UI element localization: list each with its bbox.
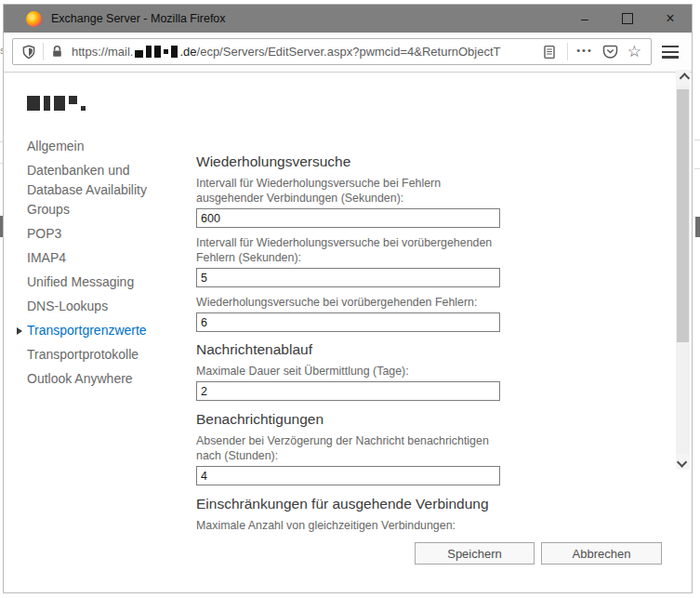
nav-item-label: DNS-Lookups bbox=[27, 299, 108, 313]
pocket-icon[interactable] bbox=[602, 44, 618, 60]
cancel-button[interactable]: Abbrechen bbox=[541, 542, 662, 565]
tracking-protection-shield-icon[interactable] bbox=[21, 45, 36, 60]
nav-item-pop3[interactable]: POP3 bbox=[27, 224, 176, 244]
redacted-server-name bbox=[27, 96, 86, 113]
nav-item-outlook-anywhere[interactable]: Outlook Anywhere bbox=[27, 369, 176, 389]
ecp-page: Allgemein Datenbanken und Database Avail… bbox=[4, 73, 692, 538]
save-button[interactable]: Speichern bbox=[415, 542, 535, 565]
field-label: Absender bei Verzögerung der Nachricht b… bbox=[196, 433, 500, 463]
section-einschraenkungen: Einschränkungen für ausgehende Verbindun… bbox=[196, 496, 500, 536]
nav-item-imap4[interactable]: IMAP4 bbox=[27, 248, 176, 268]
close-button[interactable]: × bbox=[649, 5, 692, 33]
minimize-button[interactable]: – bbox=[563, 5, 606, 36]
selected-item-marker-icon bbox=[17, 327, 22, 335]
transient-retry-count-input[interactable] bbox=[196, 312, 500, 332]
nav-item-label: Transportgrenzwerte bbox=[27, 323, 147, 338]
section-benachrichtigungen: Benachrichtigungen Absender bei Verzöger… bbox=[196, 411, 500, 493]
lock-icon[interactable] bbox=[50, 45, 64, 59]
edge-artifact-line bbox=[694, 168, 700, 169]
retry-interval-transient-input[interactable] bbox=[196, 268, 500, 287]
form-field: Maximale Dauer seit Übermittlung (Tage): bbox=[196, 364, 500, 401]
section-heading: Nachrichtenablauf bbox=[196, 341, 500, 358]
message-expiration-days-input[interactable] bbox=[196, 381, 500, 401]
section-heading: Benachrichtigungen bbox=[196, 411, 500, 428]
field-label: Maximale Anzahl von gleichzeitigen Verbi… bbox=[196, 518, 500, 533]
maximize-button[interactable] bbox=[606, 5, 649, 33]
redacted-url-host bbox=[135, 46, 178, 58]
background-scrollbar-thumb bbox=[695, 217, 700, 237]
nav-item-label: Datenbanken und Database Availability Gr… bbox=[27, 163, 147, 217]
form-field: Wiederholungsversuche bei vorübergehende… bbox=[196, 295, 500, 332]
content-scrollbar[interactable] bbox=[676, 70, 690, 470]
nav-item-datenbanken[interactable]: Datenbanken und Database Availability Gr… bbox=[27, 161, 176, 219]
retry-interval-outbound-input[interactable] bbox=[196, 208, 500, 228]
field-label: Wiederholungsversuche bei vorübergehende… bbox=[196, 295, 500, 310]
url-bar[interactable]: https://mail. .de /ecp/Servers/EditServe… bbox=[12, 38, 652, 65]
edge-artifact-line bbox=[694, 140, 700, 140]
section-wiederholungsversuche: Wiederholungsversuche Intervall für Wied… bbox=[196, 153, 500, 339]
page-actions-icon[interactable]: ••• bbox=[576, 45, 593, 56]
form-field: Intervall für Wiederholungsversuche bei … bbox=[196, 176, 500, 228]
nav-item-label: Unified Messaging bbox=[27, 274, 134, 289]
nav-item-label: Allgemein bbox=[27, 139, 84, 153]
chevron-up-icon bbox=[679, 73, 689, 83]
screenshot: s Exchange Server - Mozilla Firefox – × bbox=[0, 0, 700, 598]
maximize-icon bbox=[622, 13, 633, 24]
nav-item-label: IMAP4 bbox=[27, 250, 66, 265]
menu-hamburger-icon[interactable] bbox=[662, 46, 679, 59]
nav-item-unified-messaging[interactable]: Unified Messaging bbox=[27, 272, 176, 292]
browser-toolbar: https://mail. .de /ecp/Servers/EditServe… bbox=[4, 33, 692, 73]
window-title: Exchange Server - Mozilla Firefox bbox=[51, 12, 226, 25]
section-heading: Wiederholungsversuche bbox=[196, 153, 500, 170]
url-text[interactable]: https://mail. .de /ecp/Servers/EditServe… bbox=[72, 45, 538, 59]
form-field: Maximale Anzahl von gleichzeitigen Verbi… bbox=[196, 518, 500, 533]
firefox-icon bbox=[26, 11, 42, 27]
scroll-up-button[interactable] bbox=[676, 70, 690, 86]
nav-item-transportprotokolle[interactable]: Transportprotokolle bbox=[27, 345, 176, 365]
nav-item-label: Transportprotokolle bbox=[27, 347, 139, 362]
section-nachrichtenablauf: Nachrichtenablauf Maximale Dauer seit Üb… bbox=[196, 341, 500, 408]
url-path: /ecp/Servers/EditServer.aspx?pwmcid=4&Re… bbox=[197, 45, 501, 59]
nav-item-dns-lookups[interactable]: DNS-Lookups bbox=[27, 297, 176, 316]
form-field: Absender bei Verzögerung der Nachricht b… bbox=[196, 433, 500, 485]
reader-mode-icon[interactable] bbox=[542, 45, 557, 60]
urlbar-separator bbox=[567, 43, 568, 60]
urlbar-separator bbox=[43, 43, 44, 60]
url-protocol: https://mail. bbox=[72, 45, 133, 59]
section-heading: Einschränkungen für ausgehende Verbindun… bbox=[196, 496, 500, 512]
field-label: Intervall für Wiederholungsversuche bei … bbox=[196, 176, 500, 206]
settings-nav: Allgemein Datenbanken und Database Avail… bbox=[27, 137, 176, 393]
bookmark-star-icon[interactable]: ☆ bbox=[627, 44, 641, 60]
nav-item-transportgrenzwerte[interactable]: Transportgrenzwerte bbox=[27, 321, 176, 340]
field-label: Maximale Dauer seit Übermittlung (Tage): bbox=[196, 364, 500, 379]
field-label: Intervall für Wiederholungsversuche bei … bbox=[196, 235, 500, 265]
window-controls: – × bbox=[563, 5, 692, 33]
window-titlebar[interactable]: Exchange Server - Mozilla Firefox – × bbox=[4, 5, 692, 33]
form-field: Intervall für Wiederholungsversuche bei … bbox=[196, 235, 500, 287]
scroll-down-button[interactable] bbox=[676, 454, 690, 470]
url-domain: .de bbox=[179, 45, 196, 59]
nav-item-label: POP3 bbox=[27, 226, 61, 241]
delay-notification-hours-input[interactable] bbox=[196, 466, 500, 485]
nav-item-label: Outlook Anywhere bbox=[27, 371, 133, 386]
firefox-window: Exchange Server - Mozilla Firefox – × bbox=[3, 4, 693, 593]
scrollbar-thumb[interactable] bbox=[677, 89, 689, 342]
nav-item-allgemein[interactable]: Allgemein bbox=[27, 137, 176, 156]
chevron-down-icon bbox=[676, 457, 686, 467]
